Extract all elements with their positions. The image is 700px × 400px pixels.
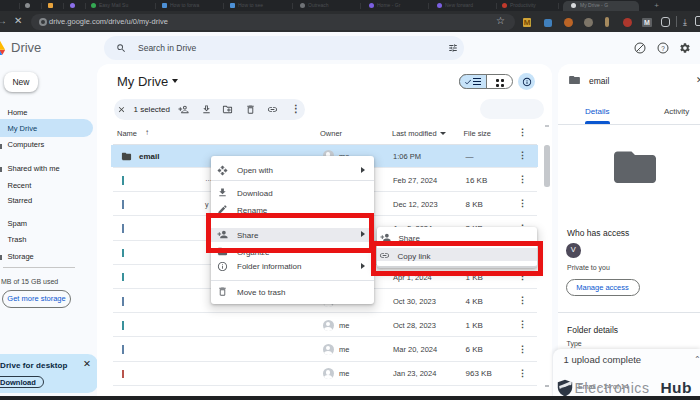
svg-text:?: ? — [661, 45, 665, 52]
